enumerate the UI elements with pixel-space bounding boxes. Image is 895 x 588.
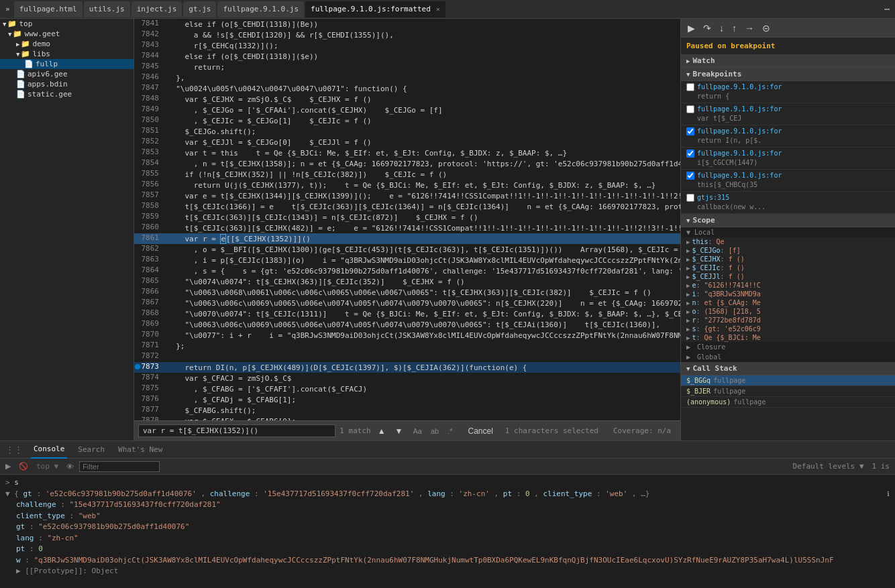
breakpoint-checkbox-2[interactable]: [686, 127, 694, 135]
breakpoint-text-2: fullpage.9.1.0.js:forreturn I(n, p[$.: [697, 127, 782, 145]
scope-section-header[interactable]: ▼ Scope: [681, 214, 895, 227]
scope-item-11[interactable]: ▶t: Qe {$_BJCi: Me: [681, 333, 895, 342]
breakpoint-checkbox-3[interactable]: [686, 150, 694, 158]
code-line-7869: 7869 "\u0063\u006c\u0069\u0065\u006e\u00…: [134, 319, 680, 330]
breakpoint-item-3[interactable]: fullpage.9.1.0.js:fori[$_CGCCM(1447): [681, 148, 895, 170]
breakpoint-checkbox-5[interactable]: [686, 194, 694, 202]
tab-bar-menu-icon[interactable]: ⋯: [882, 4, 892, 14]
scope-item-1[interactable]: ▶$_CEJGo: [f]: [681, 246, 895, 255]
tree-item-apiv6[interactable]: 📄 apiv6.gee: [0, 69, 134, 79]
code-line-7878: 7878 var $_CFAEX = $_CFABG[0];: [134, 416, 680, 420]
scope-label: Scope: [692, 216, 715, 225]
search-match-count: 1 match: [339, 426, 370, 435]
call-stack-item-0[interactable]: $_BGGqfullpage: [681, 375, 895, 386]
folder-icon-top: 📁: [7, 19, 17, 28]
search-regex-btn[interactable]: .*: [444, 426, 456, 436]
call-stack-item-2[interactable]: (anonymous)fullpage: [681, 397, 895, 408]
line-code-7877: $_CFABG.shift();: [164, 405, 680, 416]
debugger-scroll[interactable]: Paused on breakpoint ▶ Watch ▼ Breakpoin…: [681, 38, 895, 440]
tree-item-demo[interactable]: ▶ 📁 demo: [0, 39, 134, 49]
console-tab-whatsnew[interactable]: What's New: [115, 441, 165, 459]
tree-item-fullp[interactable]: 📄 fullp: [0, 59, 134, 69]
watch-section-header[interactable]: ▶ Watch: [681, 54, 895, 68]
console-expand-icon[interactable]: ▼: [5, 489, 10, 498]
local-scope-header[interactable]: ▼ Local: [681, 227, 895, 237]
local-scope-arrow: ▼: [686, 229, 690, 236]
line-code-7847: "\u0024\u005f\u0042\u0047\u0047\u0071": …: [164, 83, 680, 94]
tree-item-www[interactable]: ▼ 📁 www.geet: [0, 29, 134, 39]
tab-fullpage-910[interactable]: fullpage.9.1.0.js: [217, 1, 304, 17]
search-case-sensitive-btn[interactable]: Aa: [409, 426, 425, 436]
closure-scope-header[interactable]: ▶ Closure: [681, 342, 895, 352]
breakpoint-checkbox-0[interactable]: [686, 83, 694, 91]
scope-item-9[interactable]: ▶r: "2772be8fd787d: [681, 316, 895, 325]
console-run-btn[interactable]: ▶: [3, 461, 13, 472]
tree-label-www: www.geet: [24, 30, 60, 38]
search-input[interactable]: [138, 424, 335, 437]
breakpoint-item-0[interactable]: fullpage.9.1.0.js:forreturn {: [681, 81, 895, 103]
scope-item-7[interactable]: ▶n: et {$_CAAg: Me: [681, 298, 895, 307]
step-into-btn[interactable]: ↓: [718, 21, 725, 35]
step-btn[interactable]: →: [743, 21, 755, 35]
tab-gt-js[interactable]: gt.js: [183, 1, 216, 17]
folder-icon-www: 📁: [13, 30, 22, 38]
search-cancel-btn[interactable]: Cancel: [465, 425, 495, 437]
step-over-btn[interactable]: ↷: [702, 21, 713, 35]
search-next-btn[interactable]: ▼: [392, 425, 406, 437]
call-stack-item-1[interactable]: $_BJERfullpage: [681, 386, 895, 397]
scope-item-10[interactable]: ▶s: {gt: 'e52c06c9: [681, 325, 895, 333]
console-tab-console[interactable]: Console: [31, 441, 67, 459]
code-scroll-area[interactable]: 7841 else if (o[$_CEHDI(1318)](Be))7842 …: [134, 19, 680, 420]
line-num-7860: 7860: [134, 223, 164, 233]
tree-item-apps[interactable]: 📄 apps.bdin: [0, 79, 134, 89]
default-levels-selector[interactable]: Default levels ▼: [793, 462, 867, 471]
tab-fullpage-formatted[interactable]: fullpage.9.1.0.js:formatted ✕: [305, 1, 445, 17]
console-tab-label-console: Console: [34, 445, 64, 453]
deactivate-bp-btn[interactable]: ⊝: [761, 21, 772, 35]
breakpoints-section-header[interactable]: ▼ Breakpoints: [681, 68, 895, 81]
call-stack-section-header[interactable]: ▼ Call Stack: [681, 362, 895, 375]
scope-item-5[interactable]: ▶e: "6126!!7414!!C: [681, 281, 895, 290]
console-tab-search[interactable]: Search: [75, 441, 107, 459]
line-code-7862: , o = $__BFI([$_CEJHX(1300)](ge[$_CEJIc(…: [164, 244, 680, 255]
console-eye-btn[interactable]: 👁: [64, 461, 76, 472]
breakpoint-item-5[interactable]: gtjs:315callback(new w...: [681, 192, 895, 214]
code-line-7870: 7870 "\u0077": i + r i = "q3BRJwS3NMD9ai…: [134, 330, 680, 341]
tree-item-static[interactable]: 📄 static.gee: [0, 89, 134, 99]
line-code-7861: var r = e[[$_CEJHX(1352)]](): [164, 233, 680, 244]
search-whole-word-btn[interactable]: ab: [427, 426, 442, 436]
breakpoint-item-4[interactable]: fullpage.9.1.0.js:forthis[$_CHBCq(35: [681, 170, 895, 192]
console-filter-input[interactable]: [79, 461, 160, 472]
scope-item-8[interactable]: ▶o: (1568) [218, 5: [681, 307, 895, 316]
breakpoint-checkbox-4[interactable]: [686, 172, 694, 180]
tree-item-libs[interactable]: ▼ 📁 libs: [0, 49, 134, 59]
search-prev-btn[interactable]: ▲: [375, 425, 388, 437]
line-num-7841: 7841: [134, 19, 164, 30]
breakpoint-item-1[interactable]: fullpage.9.1.0.js:forvar t[$_CEJ: [681, 103, 895, 125]
close-tab-icon[interactable]: ✕: [436, 5, 440, 13]
tab-inject-js[interactable]: inject.js: [131, 1, 182, 17]
global-scope-header[interactable]: ▶ Global: [681, 352, 895, 362]
scope-item-6[interactable]: ▶i: "q3BRJwS3NMD9a: [681, 290, 895, 298]
line-num-7846: 7846: [134, 72, 164, 83]
tree-item-top[interactable]: ▼ 📁 top: [0, 19, 134, 29]
breakpoint-checkbox-1[interactable]: [686, 105, 694, 113]
console-content[interactable]: > s ▼ { gt : 'e52c06c937981b90b275d0aff1…: [0, 475, 895, 588]
console-clear-btn[interactable]: 🚫: [16, 461, 31, 472]
console-context-selector[interactable]: top ▼: [34, 462, 61, 471]
tab-fullpage-html[interactable]: fullpage.html: [14, 1, 83, 17]
scope-item-2[interactable]: ▶$_CEJHX: f (): [681, 255, 895, 263]
tab-utils-js[interactable]: utils.js: [84, 1, 130, 17]
breakpoint-item-2[interactable]: fullpage.9.1.0.js:forreturn I(n, p[$.: [681, 125, 895, 148]
prototype-expand-icon[interactable]: ▶: [16, 567, 21, 575]
scope-item-3[interactable]: ▶$_CEJIc: f (): [681, 263, 895, 272]
scope-item-4[interactable]: ▶$_CEJJl: f (): [681, 272, 895, 281]
tree-arrow-demo: ▶: [16, 41, 19, 48]
scope-item-0[interactable]: ▶this: Qe: [681, 237, 895, 246]
line-code-7873: return DI(n, p[$_CEJHX(489)](D[$_CEJIc(1…: [164, 362, 680, 373]
line-num-7867: 7867: [134, 298, 164, 308]
resume-btn[interactable]: ▶: [686, 21, 696, 35]
console-prop-gt: gt : "e52c06c937981b90b275d0aff1d40076": [5, 522, 890, 533]
tab-more-icon[interactable]: »: [3, 5, 13, 13]
step-out-btn[interactable]: ↑: [731, 21, 738, 35]
